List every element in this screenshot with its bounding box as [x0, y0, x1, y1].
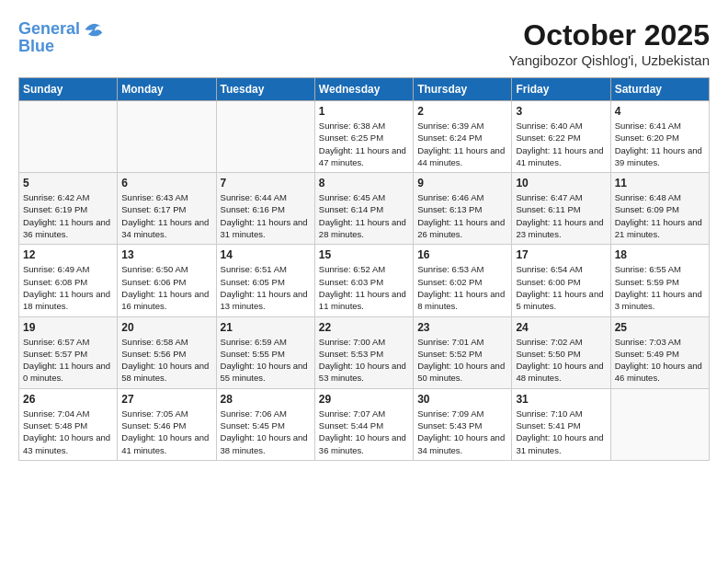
calendar-cell: 27Sunrise: 7:05 AM Sunset: 5:46 PM Dayli… — [118, 388, 216, 460]
day-info: Sunrise: 7:07 AM Sunset: 5:44 PM Dayligh… — [319, 408, 409, 456]
calendar-cell: 24Sunrise: 7:02 AM Sunset: 5:50 PM Dayli… — [512, 316, 610, 388]
day-number: 12 — [23, 248, 113, 261]
day-number: 5 — [23, 177, 113, 190]
day-info: Sunrise: 7:00 AM Sunset: 5:53 PM Dayligh… — [319, 336, 409, 385]
day-number: 25 — [615, 321, 705, 334]
calendar-table: SundayMondayTuesdayWednesdayThursdayFrid… — [18, 77, 710, 461]
day-number: 1 — [319, 105, 409, 118]
day-number: 9 — [417, 177, 507, 190]
day-number: 31 — [516, 393, 606, 406]
day-number: 16 — [417, 248, 507, 261]
calendar-cell: 14Sunrise: 6:51 AM Sunset: 6:05 PM Dayli… — [216, 245, 314, 316]
day-number: 21 — [221, 321, 311, 334]
calendar-cell: 3Sunrise: 6:40 AM Sunset: 6:22 PM Daylig… — [512, 101, 610, 173]
calendar-cell: 4Sunrise: 6:41 AM Sunset: 6:20 PM Daylig… — [610, 101, 709, 173]
calendar-week-row: 5Sunrise: 6:42 AM Sunset: 6:19 PM Daylig… — [19, 173, 710, 245]
title-block: October 2025 Yangibozor Qishlog'i, Uzbek… — [508, 18, 710, 68]
calendar-cell — [216, 101, 314, 173]
weekday-header: Thursday — [414, 78, 512, 101]
day-info: Sunrise: 7:06 AM Sunset: 5:45 PM Dayligh… — [221, 408, 311, 456]
day-info: Sunrise: 6:58 AM Sunset: 5:56 PM Dayligh… — [121, 336, 211, 385]
calendar-cell: 20Sunrise: 6:58 AM Sunset: 5:56 PM Dayli… — [118, 316, 216, 388]
day-info: Sunrise: 6:51 AM Sunset: 6:05 PM Dayligh… — [221, 263, 311, 312]
day-info: Sunrise: 6:49 AM Sunset: 6:08 PM Dayligh… — [23, 263, 113, 312]
calendar-cell: 12Sunrise: 6:49 AM Sunset: 6:08 PM Dayli… — [19, 245, 118, 316]
logo-icon — [82, 18, 104, 40]
day-info: Sunrise: 7:03 AM Sunset: 5:49 PM Dayligh… — [615, 336, 705, 385]
day-number: 8 — [319, 177, 409, 190]
day-info: Sunrise: 7:01 AM Sunset: 5:52 PM Dayligh… — [417, 336, 507, 385]
calendar-cell: 15Sunrise: 6:52 AM Sunset: 6:03 PM Dayli… — [314, 245, 413, 316]
day-number: 23 — [417, 321, 507, 334]
calendar-cell: 17Sunrise: 6:54 AM Sunset: 6:00 PM Dayli… — [512, 245, 610, 316]
day-number: 17 — [516, 248, 606, 261]
calendar-cell: 2Sunrise: 6:39 AM Sunset: 6:24 PM Daylig… — [414, 101, 512, 173]
calendar-cell: 1Sunrise: 6:38 AM Sunset: 6:25 PM Daylig… — [314, 101, 413, 173]
calendar-cell: 16Sunrise: 6:53 AM Sunset: 6:02 PM Dayli… — [414, 245, 512, 316]
day-info: Sunrise: 6:55 AM Sunset: 5:59 PM Dayligh… — [615, 263, 705, 312]
day-info: Sunrise: 6:47 AM Sunset: 6:11 PM Dayligh… — [516, 191, 606, 240]
calendar-cell: 30Sunrise: 7:09 AM Sunset: 5:43 PM Dayli… — [414, 388, 512, 460]
weekday-header: Monday — [118, 78, 216, 101]
calendar-week-row: 19Sunrise: 6:57 AM Sunset: 5:57 PM Dayli… — [19, 316, 710, 388]
calendar-cell: 23Sunrise: 7:01 AM Sunset: 5:52 PM Dayli… — [414, 316, 512, 388]
calendar-cell: 8Sunrise: 6:45 AM Sunset: 6:14 PM Daylig… — [314, 173, 413, 245]
day-number: 3 — [516, 105, 606, 118]
day-info: Sunrise: 6:48 AM Sunset: 6:09 PM Dayligh… — [615, 191, 705, 240]
weekday-header: Tuesday — [216, 78, 314, 101]
calendar-cell — [19, 101, 118, 173]
day-number: 20 — [121, 321, 211, 334]
calendar-cell: 7Sunrise: 6:44 AM Sunset: 6:16 PM Daylig… — [216, 173, 314, 245]
calendar-cell: 26Sunrise: 7:04 AM Sunset: 5:48 PM Dayli… — [19, 388, 118, 460]
calendar-week-row: 26Sunrise: 7:04 AM Sunset: 5:48 PM Dayli… — [19, 388, 710, 460]
calendar-week-row: 12Sunrise: 6:49 AM Sunset: 6:08 PM Dayli… — [19, 245, 710, 316]
day-number: 6 — [121, 177, 211, 190]
day-info: Sunrise: 6:46 AM Sunset: 6:13 PM Dayligh… — [417, 191, 507, 240]
logo-text: General — [18, 20, 80, 39]
calendar-page: General Blue October 2025 Yangibozor Qis… — [0, 0, 728, 470]
day-number: 15 — [319, 248, 409, 261]
day-info: Sunrise: 6:59 AM Sunset: 5:55 PM Dayligh… — [221, 336, 311, 385]
day-number: 18 — [615, 248, 705, 261]
header-row: SundayMondayTuesdayWednesdayThursdayFrid… — [19, 78, 710, 101]
day-number: 13 — [121, 248, 211, 261]
day-info: Sunrise: 6:52 AM Sunset: 6:03 PM Dayligh… — [319, 263, 409, 312]
calendar-cell: 29Sunrise: 7:07 AM Sunset: 5:44 PM Dayli… — [314, 388, 413, 460]
day-number: 24 — [516, 321, 606, 334]
day-number: 22 — [319, 321, 409, 334]
calendar-cell: 13Sunrise: 6:50 AM Sunset: 6:06 PM Dayli… — [118, 245, 216, 316]
calendar-cell — [118, 101, 216, 173]
weekday-header: Friday — [512, 78, 610, 101]
weekday-header: Sunday — [19, 78, 118, 101]
day-info: Sunrise: 6:57 AM Sunset: 5:57 PM Dayligh… — [23, 336, 113, 385]
day-info: Sunrise: 7:02 AM Sunset: 5:50 PM Dayligh… — [516, 336, 606, 385]
calendar-cell: 5Sunrise: 6:42 AM Sunset: 6:19 PM Daylig… — [19, 173, 118, 245]
day-info: Sunrise: 6:39 AM Sunset: 6:24 PM Dayligh… — [417, 120, 507, 168]
day-info: Sunrise: 6:43 AM Sunset: 6:17 PM Dayligh… — [121, 191, 211, 240]
day-info: Sunrise: 6:44 AM Sunset: 6:16 PM Dayligh… — [221, 191, 311, 240]
calendar-cell: 11Sunrise: 6:48 AM Sunset: 6:09 PM Dayli… — [610, 173, 709, 245]
day-info: Sunrise: 6:54 AM Sunset: 6:00 PM Dayligh… — [516, 263, 606, 312]
calendar-cell: 9Sunrise: 6:46 AM Sunset: 6:13 PM Daylig… — [414, 173, 512, 245]
day-number: 14 — [221, 248, 311, 261]
calendar-cell: 22Sunrise: 7:00 AM Sunset: 5:53 PM Dayli… — [314, 316, 413, 388]
day-info: Sunrise: 6:41 AM Sunset: 6:20 PM Dayligh… — [615, 120, 705, 168]
day-number: 26 — [23, 393, 113, 406]
day-number: 29 — [319, 393, 409, 406]
calendar-cell: 19Sunrise: 6:57 AM Sunset: 5:57 PM Dayli… — [19, 316, 118, 388]
day-number: 30 — [417, 393, 507, 406]
weekday-header: Saturday — [610, 78, 709, 101]
day-info: Sunrise: 7:10 AM Sunset: 5:41 PM Dayligh… — [516, 408, 606, 456]
day-info: Sunrise: 6:40 AM Sunset: 6:22 PM Dayligh… — [516, 120, 606, 168]
header: General Blue October 2025 Yangibozor Qis… — [18, 18, 710, 68]
day-info: Sunrise: 7:09 AM Sunset: 5:43 PM Dayligh… — [417, 408, 507, 456]
day-info: Sunrise: 6:53 AM Sunset: 6:02 PM Dayligh… — [417, 263, 507, 312]
day-number: 28 — [221, 393, 311, 406]
calendar-cell — [610, 388, 709, 460]
day-number: 11 — [615, 177, 705, 190]
day-number: 4 — [615, 105, 705, 118]
day-info: Sunrise: 6:50 AM Sunset: 6:06 PM Dayligh… — [121, 263, 211, 312]
day-info: Sunrise: 7:05 AM Sunset: 5:46 PM Dayligh… — [121, 408, 211, 456]
logo: General Blue — [18, 18, 104, 56]
calendar-week-row: 1Sunrise: 6:38 AM Sunset: 6:25 PM Daylig… — [19, 101, 710, 173]
